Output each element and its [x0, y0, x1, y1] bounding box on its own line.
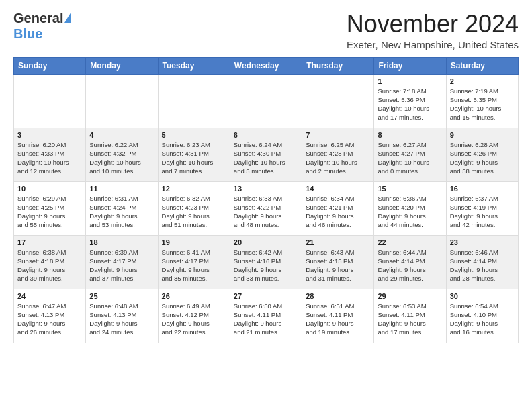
calendar-cell: 29Sunrise: 6:53 AM Sunset: 4:11 PM Dayli… [374, 289, 446, 342]
calendar-cell: 19Sunrise: 6:41 AM Sunset: 4:17 PM Dayli… [158, 235, 230, 289]
calendar-cell: 30Sunrise: 6:54 AM Sunset: 4:10 PM Dayli… [446, 289, 518, 342]
day-info: Sunrise: 6:20 AM Sunset: 4:33 PM Dayligh… [17, 140, 82, 176]
day-info: Sunrise: 7:18 AM Sunset: 5:36 PM Dayligh… [378, 87, 442, 122]
day-info: Sunrise: 6:43 AM Sunset: 4:15 PM Dayligh… [306, 248, 370, 283]
logo-triangle-icon [64, 12, 71, 23]
calendar-cell: 7Sunrise: 6:25 AM Sunset: 4:28 PM Daylig… [302, 128, 374, 181]
calendar-cell: 2Sunrise: 7:19 AM Sunset: 5:35 PM Daylig… [446, 74, 518, 128]
day-info: Sunrise: 6:27 AM Sunset: 4:27 PM Dayligh… [378, 140, 442, 176]
calendar-cell: 28Sunrise: 6:51 AM Sunset: 4:11 PM Dayli… [302, 289, 374, 342]
day-number: 30 [450, 292, 515, 300]
day-info: Sunrise: 6:23 AM Sunset: 4:31 PM Dayligh… [162, 140, 226, 176]
calendar-cell: 23Sunrise: 6:46 AM Sunset: 4:14 PM Dayli… [446, 235, 518, 289]
day-number: 3 [17, 131, 82, 139]
col-monday: Monday [86, 57, 158, 74]
calendar-week-4: 17Sunrise: 6:38 AM Sunset: 4:18 PM Dayli… [14, 235, 519, 289]
logo-blue-text: Blue [13, 26, 42, 42]
day-info: Sunrise: 6:46 AM Sunset: 4:14 PM Dayligh… [450, 248, 515, 283]
calendar: Sunday Monday Tuesday Wednesday Thursday… [13, 57, 519, 343]
calendar-week-2: 3Sunrise: 6:20 AM Sunset: 4:33 PM Daylig… [14, 128, 519, 181]
calendar-cell: 12Sunrise: 6:32 AM Sunset: 4:23 PM Dayli… [158, 181, 230, 235]
col-sunday: Sunday [14, 57, 86, 74]
day-number: 20 [234, 238, 298, 246]
day-info: Sunrise: 6:41 AM Sunset: 4:17 PM Dayligh… [162, 248, 226, 283]
day-info: Sunrise: 6:44 AM Sunset: 4:14 PM Dayligh… [378, 248, 442, 283]
day-info: Sunrise: 6:33 AM Sunset: 4:22 PM Dayligh… [234, 194, 298, 230]
day-number: 22 [378, 238, 442, 246]
day-number: 13 [234, 185, 298, 193]
calendar-cell: 17Sunrise: 6:38 AM Sunset: 4:18 PM Dayli… [14, 235, 86, 289]
calendar-cell: 20Sunrise: 6:42 AM Sunset: 4:16 PM Dayli… [230, 235, 302, 289]
day-info: Sunrise: 6:37 AM Sunset: 4:19 PM Dayligh… [450, 194, 515, 230]
calendar-cell: 10Sunrise: 6:29 AM Sunset: 4:25 PM Dayli… [14, 181, 86, 235]
day-number: 1 [378, 77, 442, 85]
logo-general-text: General [13, 11, 63, 26]
calendar-cell: 27Sunrise: 6:50 AM Sunset: 4:11 PM Dayli… [230, 289, 302, 342]
day-number: 15 [378, 185, 442, 193]
calendar-cell: 4Sunrise: 6:22 AM Sunset: 4:32 PM Daylig… [86, 128, 158, 181]
day-number: 19 [162, 238, 226, 246]
day-number: 17 [17, 238, 82, 246]
day-info: Sunrise: 6:49 AM Sunset: 4:12 PM Dayligh… [162, 302, 226, 337]
calendar-cell: 5Sunrise: 6:23 AM Sunset: 4:31 PM Daylig… [158, 128, 230, 181]
calendar-cell: 21Sunrise: 6:43 AM Sunset: 4:15 PM Dayli… [302, 235, 374, 289]
col-saturday: Saturday [446, 57, 518, 74]
day-info: Sunrise: 6:25 AM Sunset: 4:28 PM Dayligh… [306, 140, 370, 176]
calendar-cell: 9Sunrise: 6:28 AM Sunset: 4:26 PM Daylig… [446, 128, 518, 181]
day-info: Sunrise: 6:24 AM Sunset: 4:30 PM Dayligh… [234, 140, 298, 176]
day-number: 29 [378, 292, 442, 300]
subtitle: Exeter, New Hampshire, United States [347, 39, 519, 50]
calendar-cell: 15Sunrise: 6:36 AM Sunset: 4:20 PM Dayli… [374, 181, 446, 235]
day-info: Sunrise: 6:22 AM Sunset: 4:32 PM Dayligh… [89, 140, 154, 176]
day-info: Sunrise: 6:54 AM Sunset: 4:10 PM Dayligh… [450, 302, 515, 337]
day-info: Sunrise: 6:42 AM Sunset: 4:16 PM Dayligh… [234, 248, 298, 283]
day-number: 12 [162, 185, 226, 193]
day-number: 2 [450, 77, 515, 85]
main-title: November 2024 [347, 11, 519, 38]
calendar-cell: 26Sunrise: 6:49 AM Sunset: 4:12 PM Dayli… [158, 289, 230, 342]
day-number: 18 [89, 238, 154, 246]
calendar-cell: 14Sunrise: 6:34 AM Sunset: 4:21 PM Dayli… [302, 181, 374, 235]
day-info: Sunrise: 6:38 AM Sunset: 4:18 PM Dayligh… [17, 248, 82, 283]
day-info: Sunrise: 6:48 AM Sunset: 4:13 PM Dayligh… [89, 302, 154, 337]
col-wednesday: Wednesday [230, 57, 302, 74]
calendar-header-row: Sunday Monday Tuesday Wednesday Thursday… [14, 57, 519, 74]
calendar-cell: 13Sunrise: 6:33 AM Sunset: 4:22 PM Dayli… [230, 181, 302, 235]
title-block: November 2024 Exeter, New Hampshire, Uni… [347, 11, 519, 50]
page: General Blue November 2024 Exeter, New H… [0, 0, 532, 357]
day-number: 28 [306, 292, 370, 300]
calendar-cell: 16Sunrise: 6:37 AM Sunset: 4:19 PM Dayli… [446, 181, 518, 235]
day-number: 21 [306, 238, 370, 246]
day-number: 6 [234, 131, 298, 139]
day-number: 16 [450, 185, 515, 193]
day-info: Sunrise: 6:28 AM Sunset: 4:26 PM Dayligh… [450, 140, 515, 176]
calendar-cell: 11Sunrise: 6:31 AM Sunset: 4:24 PM Dayli… [86, 181, 158, 235]
logo: General Blue [13, 11, 71, 42]
calendar-cell: 3Sunrise: 6:20 AM Sunset: 4:33 PM Daylig… [14, 128, 86, 181]
calendar-week-3: 10Sunrise: 6:29 AM Sunset: 4:25 PM Dayli… [14, 181, 519, 235]
day-info: Sunrise: 7:19 AM Sunset: 5:35 PM Dayligh… [450, 87, 515, 122]
calendar-cell: 25Sunrise: 6:48 AM Sunset: 4:13 PM Dayli… [86, 289, 158, 342]
day-info: Sunrise: 6:53 AM Sunset: 4:11 PM Dayligh… [378, 302, 442, 337]
calendar-week-1: 1Sunrise: 7:18 AM Sunset: 5:36 PM Daylig… [14, 74, 519, 128]
day-info: Sunrise: 6:50 AM Sunset: 4:11 PM Dayligh… [234, 302, 298, 337]
day-info: Sunrise: 6:39 AM Sunset: 4:17 PM Dayligh… [89, 248, 154, 283]
day-number: 11 [89, 185, 154, 193]
calendar-cell [230, 74, 302, 128]
calendar-cell [302, 74, 374, 128]
day-number: 7 [306, 131, 370, 139]
day-info: Sunrise: 6:34 AM Sunset: 4:21 PM Dayligh… [306, 194, 370, 230]
day-info: Sunrise: 6:51 AM Sunset: 4:11 PM Dayligh… [306, 302, 370, 337]
day-number: 9 [450, 131, 515, 139]
day-number: 23 [450, 238, 515, 246]
calendar-cell: 18Sunrise: 6:39 AM Sunset: 4:17 PM Dayli… [86, 235, 158, 289]
day-number: 26 [162, 292, 226, 300]
calendar-week-5: 24Sunrise: 6:47 AM Sunset: 4:13 PM Dayli… [14, 289, 519, 342]
day-info: Sunrise: 6:31 AM Sunset: 4:24 PM Dayligh… [89, 194, 154, 230]
day-info: Sunrise: 6:36 AM Sunset: 4:20 PM Dayligh… [378, 194, 442, 230]
calendar-cell: 22Sunrise: 6:44 AM Sunset: 4:14 PM Dayli… [374, 235, 446, 289]
day-number: 5 [162, 131, 226, 139]
col-thursday: Thursday [302, 57, 374, 74]
calendar-cell: 24Sunrise: 6:47 AM Sunset: 4:13 PM Dayli… [14, 289, 86, 342]
col-friday: Friday [374, 57, 446, 74]
